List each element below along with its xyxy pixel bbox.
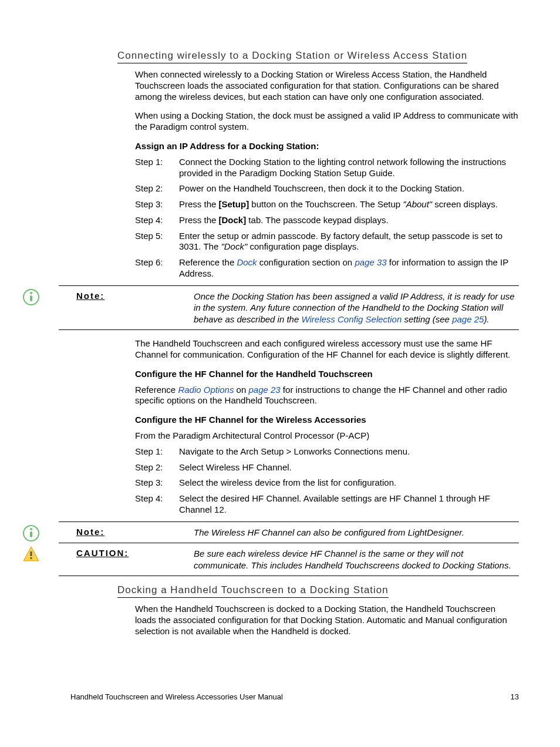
step-text: Select the wireless device from the list… <box>179 477 519 489</box>
link-page-25[interactable]: page 25 <box>452 314 484 324</box>
bold-text: [Dock] <box>219 215 247 225</box>
step-row: Step 5: Enter the setup or admin passcod… <box>135 231 519 253</box>
text-span: Press the <box>179 215 219 225</box>
text-span: button on the Touchscreen. The Setup <box>249 199 403 209</box>
footer-title: Handheld Touchscreen and Wireless Access… <box>70 692 283 701</box>
link-radio-options[interactable]: Radio Options <box>178 385 234 395</box>
step-text: Press the [Setup] button on the Touchscr… <box>179 199 519 210</box>
steps-assign-ip: Step 1: Connect the Docking Station to t… <box>135 157 519 280</box>
text-span: setting (see <box>402 314 452 324</box>
link-page-23[interactable]: page 23 <box>248 385 280 395</box>
step-row: Step 1: Navigate to the Arch Setup > Lon… <box>135 446 519 457</box>
link-wireless-config[interactable]: Wireless Config Selection <box>301 314 402 324</box>
step-text: Navigate to the Arch Setup > Lonworks Co… <box>179 446 519 457</box>
step-row: Step 1: Connect the Docking Station to t… <box>135 157 519 179</box>
step-text: Press the [Dock] tab. The passcode keypa… <box>179 215 519 226</box>
bold-text: [Setup] <box>219 199 249 209</box>
info-icon <box>22 524 40 542</box>
note-block-ip: Note: Once the Docking Station has been … <box>59 285 519 331</box>
link-page-33[interactable]: page 33 <box>355 257 386 267</box>
subhead-hf-handheld: Configure the HF Channel for the Handhel… <box>135 369 519 379</box>
para-intro-1: When connected wirelessly to a Docking S… <box>135 69 519 102</box>
step-text: Power on the Handheld Touchscreen, then … <box>179 183 519 194</box>
para-docking: When the Handheld Touchscreen is docked … <box>135 604 519 637</box>
text-span: tab. The passcode keypad displays. <box>246 215 388 225</box>
page-footer: Handheld Touchscreen and Wireless Access… <box>41 692 519 701</box>
step-text: Connect the Docking Station to the light… <box>179 157 519 179</box>
step-text: Select the desired HF Channel. Available… <box>179 493 519 516</box>
subhead-assign-ip: Assign an IP Address for a Docking Stati… <box>135 141 519 151</box>
section-heading-docking: Docking a Handheld Touchscreen to a Dock… <box>117 584 389 598</box>
text-span: on <box>234 385 248 395</box>
svg-rect-5 <box>30 531 32 537</box>
steps-hf-accessories: Step 1: Navigate to the Arch Setup > Lon… <box>135 446 519 516</box>
text-span: configuration section on <box>257 257 355 267</box>
step-row: Step 2: Select Wireless HF Channel. <box>135 462 519 473</box>
step-text: Reference the Dock configuration section… <box>179 257 519 280</box>
footer-page-number: 13 <box>511 692 519 701</box>
step-row: Step 3: Press the [Setup] button on the … <box>135 199 519 210</box>
step-row: Step 3: Select the wireless device from … <box>135 477 519 489</box>
text-span: Reference <box>135 385 178 395</box>
note-block-lightdesigner: Note: The Wireless HF Channel can also b… <box>59 521 519 544</box>
step-label: Step 6: <box>135 257 179 280</box>
caution-label: CAUTION: <box>59 548 194 558</box>
step-label: Step 1: <box>135 157 179 179</box>
text-span: Press the <box>179 199 219 209</box>
note-label: Note: <box>59 527 194 537</box>
text-span: configuration page displays. <box>247 241 359 251</box>
step-label: Step 4: <box>135 493 179 516</box>
text-span: screen displays. <box>432 199 498 209</box>
note-text: The Wireless HF Channel can also be conf… <box>194 527 519 539</box>
step-label: Step 5: <box>135 231 179 253</box>
step-row: Step 2: Power on the Handheld Touchscree… <box>135 183 519 194</box>
para-hf-handheld: Reference Radio Options on page 23 for i… <box>135 385 519 407</box>
svg-point-1 <box>30 292 32 294</box>
step-row: Step 4: Select the desired HF Channel. A… <box>135 493 519 516</box>
caution-block: CAUTION: Be sure each wireless device HF… <box>59 543 519 576</box>
subhead-hf-accessories: Configure the HF Channel for the Wireles… <box>135 415 519 425</box>
step-label: Step 2: <box>135 462 179 473</box>
caution-text: Be sure each wireless device HF Channel … <box>194 548 519 571</box>
para-pacp: From the Paradigm Architectural Control … <box>135 430 519 442</box>
svg-point-4 <box>30 528 32 530</box>
step-label: Step 2: <box>135 183 179 194</box>
step-label: Step 4: <box>135 215 179 226</box>
step-row: Step 4: Press the [Dock] tab. The passco… <box>135 215 519 226</box>
section-heading-connecting: Connecting wirelessly to a Docking Stati… <box>117 50 467 63</box>
italic-text: "About" <box>403 199 432 209</box>
svg-rect-8 <box>31 557 32 559</box>
note-text: Once the Docking Station has been assign… <box>194 291 519 325</box>
text-span: Reference the <box>179 257 237 267</box>
caution-icon <box>22 546 40 563</box>
italic-text: "Dock" <box>221 241 247 251</box>
step-label: Step 1: <box>135 446 179 457</box>
para-intro-2: When using a Docking Station, the dock m… <box>135 110 519 133</box>
step-label: Step 3: <box>135 477 179 489</box>
text-span: ). <box>484 314 489 324</box>
step-row: Step 6: Reference the Dock configuration… <box>135 257 519 280</box>
para-hf-intro: The Handheld Touchscreen and each config… <box>135 338 519 361</box>
step-text: Enter the setup or admin passcode. By fa… <box>179 231 519 253</box>
svg-rect-2 <box>30 295 32 301</box>
step-text: Select Wireless HF Channel. <box>179 462 519 473</box>
svg-rect-7 <box>31 551 32 556</box>
link-dock[interactable]: Dock <box>237 257 257 267</box>
info-icon <box>22 288 40 306</box>
step-label: Step 3: <box>135 199 179 210</box>
note-label: Note: <box>59 291 194 301</box>
